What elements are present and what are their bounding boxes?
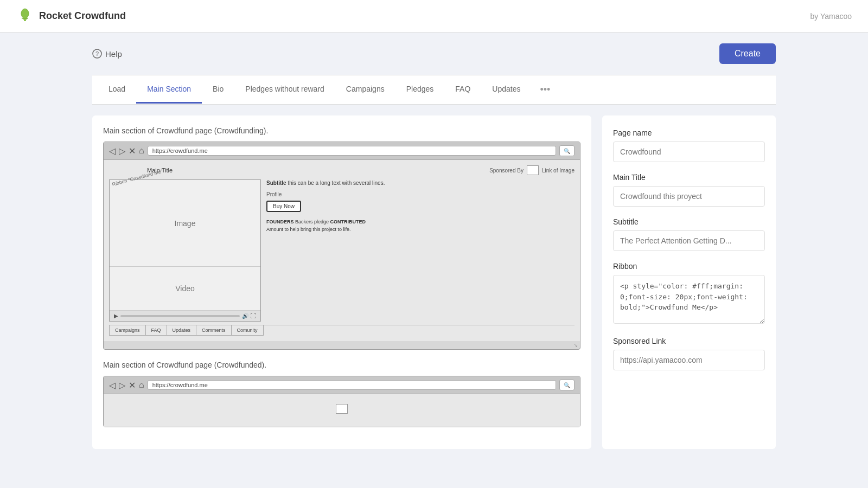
subtitle-label: Subtitle (613, 217, 765, 226)
wf-nav-updates[interactable]: Updates (167, 325, 197, 336)
founders-text: FOUNDERS Backers pledge CONTRIBUTED Amou… (266, 219, 575, 233)
founders-label: FOUNDERS (266, 219, 294, 224)
wf2-box (109, 404, 575, 414)
tab-main-section[interactable]: Main Section (136, 76, 202, 104)
wf-nav-community[interactable]: Comunity (232, 325, 264, 336)
subtitle-body: this can be a long text with several lin… (288, 180, 385, 186)
logo-icon (16, 8, 34, 25)
home-button-2[interactable]: ⌂ (139, 380, 144, 390)
svg-text:?: ? (95, 50, 99, 57)
page-name-field: Page name (613, 129, 765, 162)
back-button-2[interactable]: ◁ (109, 380, 116, 390)
by-label: by Yamacoo (810, 12, 852, 21)
tabs-bar: Load Main Section Bio Pledges without re… (92, 75, 776, 105)
wireframe-body: Image Video ▶ 🔊 ⛶ Subtitle (109, 179, 575, 322)
browser-bar-2: ◁ ▷ ✕ ⌂ 🔍 (104, 376, 580, 394)
svg-rect-3 (24, 20, 26, 21)
wf-nav-campaigns[interactable]: Campaigns (109, 325, 146, 336)
ribbon-field: Ribbon <p style="color: #fff;margin: 0;f… (613, 262, 765, 326)
back-button[interactable]: ◁ (109, 146, 116, 156)
create-button[interactable]: Create (719, 43, 776, 64)
wf-nav-comments[interactable]: Comments (196, 325, 232, 336)
section-label-1: Main section of Crowdfund page (Crowdfun… (103, 126, 580, 135)
backers-text: Backers pledge (295, 219, 329, 224)
subtitle-input[interactable] (613, 230, 765, 251)
help-icon: ? (92, 49, 102, 59)
browser-content-1: Ribbon "Crowdfund Me" Main Title Sponsor… (104, 160, 580, 341)
tab-pledges[interactable]: Pledges (395, 76, 445, 104)
ribbon-label: Ribbon (613, 262, 765, 271)
brand: Rocket Crowdfund (16, 8, 126, 25)
sponsored-box (527, 165, 539, 175)
volume-icon[interactable]: 🔊 (242, 313, 248, 319)
right-panel: Page name Main Title Subtitle Ribbon <p … (602, 115, 776, 449)
sponsored-link-input[interactable] (613, 350, 765, 370)
content-area: Main section of Crowdfund page (Crowdfun… (92, 105, 776, 449)
wireframe-nav: Campaigns FAQ Updates Comments Comunity (109, 325, 575, 336)
sponsored-link-field: Sponsored Link (613, 337, 765, 370)
tab-more-button[interactable]: ••• (531, 75, 559, 104)
tab-campaigns[interactable]: Campaigns (335, 76, 395, 104)
play-icon[interactable]: ▶ (114, 313, 118, 319)
image-placeholder: Image (110, 180, 260, 267)
wireframe-sidebar: Subtitle this can be a long text with se… (266, 179, 575, 322)
tab-updates[interactable]: Updates (481, 76, 531, 104)
search-button-2[interactable]: 🔍 (559, 380, 575, 390)
amount-text: Amount to help bring this project to lif… (266, 227, 351, 232)
svg-point-0 (21, 9, 29, 18)
browser-bar-1: ◁ ▷ ✕ ⌂ 🔍 (104, 142, 580, 160)
page-name-label: Page name (613, 129, 765, 137)
contributed-label: CONTRIBUTED (330, 219, 366, 224)
url-bar[interactable] (148, 146, 556, 156)
sponsored-area: Sponsored By Link of Image (489, 165, 575, 175)
ribbon-textarea[interactable]: <p style="color: #fff;margin: 0;font-siz… (613, 275, 765, 324)
subtitle-bold: Subtitle (266, 180, 286, 186)
profile-label-wf: Profile (266, 191, 575, 197)
sponsored-by-label: Sponsored By (489, 168, 524, 174)
url-bar-2[interactable] (148, 380, 556, 390)
main-title-label: Main Title (613, 173, 765, 182)
left-panel: Main section of Crowdfund page (Crowdfun… (92, 115, 591, 449)
page-name-input[interactable] (613, 142, 765, 162)
wireframe-image-video-box: Image Video ▶ 🔊 ⛶ (109, 179, 261, 322)
browser-frame-1: ◁ ▷ ✕ ⌂ 🔍 Ribbon "Crowdfund Me" Main Tit… (103, 142, 580, 350)
brand-name: Rocket Crowdfund (39, 10, 126, 22)
link-of-image-label: Link of Image (542, 168, 575, 174)
browser-content-2 (104, 394, 580, 427)
resize-handle-1[interactable]: ↘ (104, 341, 580, 349)
wireframe-header: Main Title Sponsored By Link of Image (109, 165, 575, 175)
video-controls: ▶ 🔊 ⛶ (110, 310, 260, 321)
forward-button[interactable]: ▷ (119, 146, 125, 156)
tab-bio[interactable]: Bio (202, 76, 234, 104)
main-container: ? Help Create Load Main Section Bio Pled… (76, 33, 792, 460)
close-nav-button[interactable]: ✕ (129, 146, 136, 156)
main-title-field: Main Title (613, 173, 765, 207)
help-row: ? Help Create (92, 43, 776, 64)
wf2-image-box (336, 404, 348, 414)
tab-faq[interactable]: FAQ (444, 76, 481, 104)
wf-nav-faq[interactable]: FAQ (146, 325, 167, 336)
search-button[interactable]: 🔍 (559, 145, 575, 156)
buy-now-btn[interactable]: Buy Now (266, 201, 301, 212)
subtitle-wf: Subtitle this can be a long text with se… (266, 179, 575, 187)
tab-pledges-without-reward[interactable]: Pledges without reward (234, 76, 335, 104)
fullscreen-icon[interactable]: ⛶ (251, 313, 256, 319)
browser-frame-2: ◁ ▷ ✕ ⌂ 🔍 (103, 376, 580, 427)
section-label-2: Main section of Crowdfund page (Crowdfun… (103, 361, 580, 369)
video-progress-bar (120, 315, 240, 317)
main-title-input[interactable] (613, 186, 765, 207)
resize-icon: ↘ (573, 342, 578, 348)
home-button[interactable]: ⌂ (139, 146, 144, 156)
tab-load[interactable]: Load (98, 76, 136, 104)
forward-button-2[interactable]: ▷ (119, 380, 125, 390)
video-placeholder: Video (110, 267, 260, 310)
close-nav-button-2[interactable]: ✕ (129, 380, 136, 390)
sponsored-link-label: Sponsored Link (613, 337, 765, 345)
navbar: Rocket Crowdfund by Yamacoo (0, 0, 868, 33)
help-button[interactable]: ? Help (92, 49, 122, 59)
subtitle-field: Subtitle (613, 217, 765, 251)
